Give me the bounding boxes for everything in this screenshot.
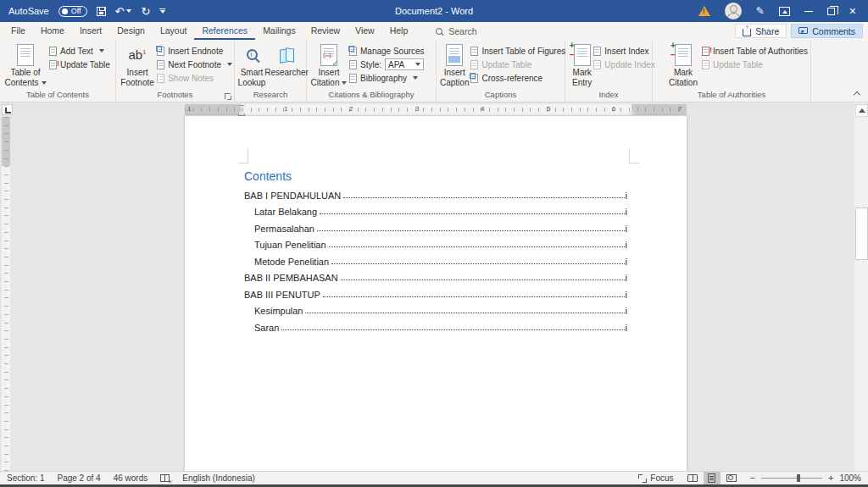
update-table-icon bbox=[49, 60, 57, 69]
toc-entry[interactable]: BAB I PENDAHULUANi bbox=[244, 187, 627, 204]
print-layout-icon bbox=[708, 473, 715, 483]
smart-lookup-button[interactable]: Smart Lookup bbox=[236, 42, 267, 88]
next-footnote-icon bbox=[157, 60, 164, 69]
mark-citation-icon: +– bbox=[675, 44, 692, 66]
page-indicator[interactable]: Page 2 of 4 bbox=[57, 473, 100, 483]
tab-design[interactable]: Design bbox=[109, 22, 153, 40]
insert-citation-button[interactable]: (–)✓ Insert Citation bbox=[310, 42, 348, 88]
toc-entry[interactable]: BAB II PEMBAHASANi bbox=[244, 270, 627, 287]
search-input[interactable]: Search bbox=[436, 22, 476, 40]
focus-mode-button[interactable]: Focus bbox=[638, 473, 673, 483]
word-count[interactable]: 46 words bbox=[114, 473, 148, 483]
toggle-dot-icon bbox=[62, 8, 68, 14]
tab-references[interactable]: References bbox=[194, 22, 255, 40]
quick-access-toolbar-menu[interactable] bbox=[159, 8, 165, 14]
group-footnotes: ab1 Insert Footnote Insert Endnote Next … bbox=[116, 40, 235, 102]
read-mode-button[interactable] bbox=[684, 472, 701, 484]
autosave-state: Off bbox=[71, 7, 81, 15]
section-indicator[interactable]: Section: 1 bbox=[7, 473, 44, 483]
activation-warning-icon[interactable] bbox=[698, 6, 710, 16]
add-text-button[interactable]: Add Text bbox=[49, 44, 110, 58]
horizontal-ruler[interactable]: 1 1 2 3 4 5 6 7 bbox=[185, 104, 687, 115]
tab-layout[interactable]: Layout bbox=[153, 22, 195, 40]
toc-entry[interactable]: Metode Penelitiani bbox=[244, 253, 627, 270]
dot-leader bbox=[281, 329, 624, 330]
vertical-scrollbar[interactable] bbox=[854, 102, 868, 471]
cross-reference-icon bbox=[470, 74, 478, 83]
toc-entry[interactable]: Permasalahani bbox=[244, 220, 627, 237]
insert-endnote-button[interactable]: Insert Endnote bbox=[157, 44, 232, 58]
tab-file[interactable]: File bbox=[3, 22, 33, 40]
update-table-button[interactable]: Update Table bbox=[49, 58, 110, 71]
insert-table-of-figures-button[interactable]: Insert Table of Figures bbox=[470, 44, 565, 58]
print-layout-button[interactable] bbox=[704, 472, 721, 484]
toc-entry[interactable]: Latar Belakangi bbox=[244, 204, 627, 221]
insert-table-of-authorities-button[interactable]: Insert Table of Authorities bbox=[702, 44, 808, 58]
save-icon[interactable] bbox=[97, 7, 106, 16]
dot-leader bbox=[305, 313, 624, 313]
vertical-ruler[interactable] bbox=[2, 117, 10, 471]
dot-leader bbox=[323, 296, 625, 297]
tab-view[interactable]: View bbox=[348, 22, 382, 40]
comments-button[interactable]: Comments bbox=[791, 24, 863, 38]
scrollbar-thumb[interactable] bbox=[855, 208, 868, 260]
account-avatar[interactable] bbox=[725, 3, 742, 19]
manage-sources-button[interactable]: Manage Sources bbox=[349, 44, 425, 58]
footnotes-dialog-launcher-icon[interactable] bbox=[225, 93, 231, 99]
tab-review[interactable]: Review bbox=[303, 22, 348, 40]
tab-help[interactable]: Help bbox=[382, 22, 416, 40]
share-button[interactable]: Share bbox=[735, 24, 787, 38]
zoom-in-button[interactable]: + bbox=[828, 473, 833, 483]
title-bar: AutoSave Off ↶ ↻ Document2 - Word ✎ × bbox=[0, 0, 868, 22]
table-of-contents-button[interactable]: Table of Contents bbox=[3, 42, 47, 88]
undo-caret-icon bbox=[126, 9, 131, 13]
ribbon-display-options-icon[interactable] bbox=[779, 7, 790, 16]
researcher-button[interactable]: Researcher bbox=[269, 42, 304, 78]
ribbon-tab-row: File Home Insert Design Layout Reference… bbox=[0, 22, 868, 40]
insert-footnote-icon: ab1 bbox=[129, 48, 147, 61]
scroll-up-button[interactable] bbox=[855, 104, 868, 117]
update-table-icon bbox=[702, 60, 709, 69]
bibliography-button[interactable]: Bibliography bbox=[349, 71, 425, 85]
toc-entry[interactable]: Sarani bbox=[244, 319, 627, 336]
cross-reference-button[interactable]: Cross-reference bbox=[470, 71, 565, 85]
language-indicator[interactable]: English (Indonesia) bbox=[182, 473, 255, 483]
toc-entry[interactable]: Kesimpulani bbox=[244, 303, 627, 320]
style-dropdown[interactable]: APA bbox=[385, 58, 424, 70]
tab-mailings[interactable]: Mailings bbox=[255, 22, 303, 40]
ruler-number: 1 bbox=[187, 105, 191, 113]
undo-button[interactable]: ↶ bbox=[115, 6, 132, 17]
show-notes-button: Show Notes bbox=[157, 71, 232, 85]
insert-footnote-button[interactable]: ab1 Insert Footnote bbox=[120, 42, 155, 88]
collapse-ribbon-button[interactable] bbox=[854, 91, 860, 97]
mark-citation-button[interactable]: +– Mark Citation bbox=[666, 42, 700, 88]
web-layout-button[interactable] bbox=[723, 472, 740, 484]
proofing-status-icon[interactable] bbox=[160, 474, 170, 482]
next-footnote-button[interactable]: Next Footnote bbox=[157, 58, 232, 71]
ruler-number: 4 bbox=[481, 105, 484, 113]
group-label: Table of Authorities bbox=[653, 90, 810, 102]
close-button[interactable]: × bbox=[849, 5, 856, 17]
autosave-toggle[interactable]: Off bbox=[58, 6, 87, 17]
mark-entry-button[interactable]: +– Mark Entry bbox=[572, 42, 592, 88]
document-page[interactable]: Contents BAB I PENDAHULUANi Latar Belaka… bbox=[185, 116, 687, 471]
zoom-out-button[interactable]: − bbox=[750, 473, 755, 483]
insert-caption-button[interactable]: Insert Caption bbox=[440, 42, 469, 88]
minimize-button[interactable] bbox=[804, 11, 813, 12]
tab-insert[interactable]: Insert bbox=[72, 22, 109, 40]
toc-entry[interactable]: Tujuan Penelitiani bbox=[244, 237, 627, 254]
toc-entry[interactable]: BAB III PENUTUPi bbox=[244, 286, 627, 303]
group-label: Table of Contents bbox=[0, 90, 115, 102]
redo-icon[interactable]: ↻ bbox=[141, 6, 150, 17]
tab-home[interactable]: Home bbox=[33, 22, 72, 40]
group-label: Citations & Bibliography bbox=[307, 90, 436, 102]
dot-leader bbox=[320, 213, 625, 214]
insert-index-button[interactable]: Insert Index bbox=[593, 44, 655, 58]
zoom-level[interactable]: 100% bbox=[839, 473, 861, 483]
zoom-slider-thumb[interactable] bbox=[797, 474, 800, 482]
restore-button[interactable] bbox=[827, 8, 835, 15]
zoom-slider[interactable] bbox=[761, 474, 822, 482]
chevron-down-icon bbox=[99, 49, 104, 53]
tab-stop-selector[interactable] bbox=[2, 104, 13, 115]
ink-pen-icon[interactable]: ✎ bbox=[756, 6, 765, 16]
